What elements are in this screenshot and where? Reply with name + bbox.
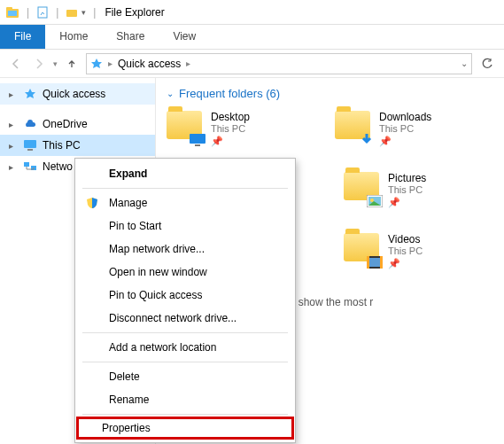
- svg-rect-18: [367, 256, 369, 269]
- folder-videos[interactable]: Videos This PC 📌: [344, 233, 477, 269]
- separator: |: [27, 6, 29, 19]
- tree-this-pc[interactable]: ▸ This PC: [0, 135, 155, 156]
- ctx-pin-quick-access[interactable]: Pin to Quick access: [77, 284, 293, 307]
- pin-icon: 📌: [388, 197, 426, 208]
- ctx-label: Properties: [102, 422, 151, 434]
- tree-quick-access[interactable]: ▸ Quick access: [0, 83, 155, 105]
- svg-rect-17: [368, 258, 381, 267]
- blank-icon: [84, 242, 100, 256]
- chevron-right-icon[interactable]: ▸: [108, 58, 112, 68]
- chevron-right-icon[interactable]: ▸: [9, 162, 18, 172]
- ctx-delete[interactable]: Delete: [77, 365, 293, 388]
- ctx-add-network-location[interactable]: Add a network location: [77, 336, 293, 359]
- tree-label: This PC: [43, 139, 81, 152]
- folder-name: Pictures: [388, 172, 426, 184]
- ctx-label: Map network drive...: [109, 243, 205, 255]
- chevron-right-icon[interactable]: ▸: [9, 120, 18, 129]
- svg-rect-2: [8, 11, 17, 16]
- address-dropdown-icon[interactable]: ⌄: [461, 58, 468, 68]
- breadcrumb-root[interactable]: Quick access: [118, 58, 181, 70]
- svg-rect-7: [24, 140, 36, 148]
- svg-rect-11: [190, 134, 205, 144]
- monitor-icon: [23, 138, 37, 152]
- picture-overlay-icon: [367, 195, 383, 207]
- tree-onedrive[interactable]: ▸ OneDrive: [0, 113, 155, 135]
- qat-properties-icon[interactable]: [36, 6, 49, 19]
- tab-home[interactable]: Home: [45, 25, 102, 49]
- svg-rect-9: [24, 162, 29, 167]
- folder-pictures[interactable]: Pictures This PC 📌: [344, 172, 477, 208]
- pin-icon: 📌: [211, 136, 250, 147]
- svg-rect-4: [66, 10, 77, 17]
- svg-rect-19: [380, 256, 383, 269]
- qat-dropdown-icon[interactable]: ▾: [81, 8, 86, 17]
- file-explorer-icon: [5, 5, 19, 19]
- folder-icon: [335, 111, 372, 144]
- ctx-pin-start[interactable]: Pin to Start: [77, 214, 293, 238]
- cloud-icon: [23, 117, 37, 131]
- section-title: Frequent folders (6): [179, 87, 280, 100]
- blank-icon: [84, 167, 100, 181]
- ctx-manage[interactable]: Manage: [77, 191, 293, 214]
- separator: |: [56, 6, 58, 19]
- chevron-right-icon[interactable]: ▸: [9, 90, 18, 99]
- blank-icon: [84, 219, 100, 233]
- forward-button[interactable]: [30, 55, 48, 73]
- shield-icon: [84, 196, 100, 210]
- refresh-button[interactable]: [477, 54, 497, 74]
- tab-file[interactable]: File: [0, 25, 45, 49]
- back-button[interactable]: [7, 55, 25, 73]
- ctx-disconnect-drive[interactable]: Disconnect network drive...: [77, 307, 293, 330]
- ctx-map-drive[interactable]: Map network drive...: [77, 238, 293, 261]
- blank-icon: [84, 288, 100, 302]
- section-frequent-folders[interactable]: ⌄ Frequent folders (6): [167, 87, 493, 100]
- qat-new-folder-icon[interactable]: [66, 6, 78, 19]
- tree-label: Netwo: [43, 160, 73, 173]
- svg-marker-5: [91, 58, 102, 68]
- ctx-label: Open in new window: [109, 266, 207, 278]
- tab-view[interactable]: View: [159, 25, 210, 49]
- folder-downloads[interactable]: Downloads This PC 📌: [335, 111, 468, 147]
- svg-rect-8: [27, 149, 33, 151]
- recent-locations-dropdown[interactable]: ▾: [53, 59, 58, 68]
- folder-icon: [167, 111, 204, 144]
- folder-name: Videos: [388, 233, 423, 245]
- chevron-right-icon[interactable]: ▸: [9, 141, 18, 151]
- tab-share[interactable]: Share: [102, 25, 159, 49]
- ctx-expand[interactable]: Expand: [77, 162, 293, 185]
- svg-point-15: [370, 199, 374, 202]
- blank-icon: [84, 370, 100, 384]
- navigation-bar: ▾ ▸ Quick access ▸ ⌄: [0, 50, 504, 78]
- ctx-properties[interactable]: Properties: [77, 417, 293, 439]
- ctx-label: Pin to Start: [109, 220, 161, 232]
- quick-access-toolbar: | | ▾ |: [5, 5, 99, 19]
- chevron-down-icon: ⌄: [167, 89, 174, 98]
- chevron-right-icon[interactable]: ▸: [186, 58, 190, 68]
- folder-desktop[interactable]: Desktop This PC 📌: [167, 111, 299, 147]
- ctx-label: Expand: [109, 167, 147, 180]
- ctx-label: Pin to Quick access: [109, 289, 202, 301]
- folder-icon: [344, 233, 381, 267]
- ctx-open-new-window[interactable]: Open in new window: [77, 261, 293, 284]
- folder-sub: This PC: [379, 123, 431, 134]
- context-menu: Expand Manage Pin to Start Map network d…: [74, 158, 296, 443]
- ribbon-tabs: File Home Share View: [0, 25, 504, 50]
- tree-label: OneDrive: [43, 118, 88, 130]
- up-button[interactable]: [63, 55, 81, 73]
- separator: [82, 188, 288, 189]
- folder-sub: This PC: [388, 184, 426, 195]
- folder-name: Downloads: [379, 111, 431, 123]
- ctx-rename[interactable]: Rename: [77, 388, 293, 411]
- blank-icon: [84, 265, 100, 279]
- pin-icon: 📌: [388, 258, 423, 269]
- ctx-label: Manage: [109, 197, 147, 209]
- ctx-label: Disconnect network drive...: [109, 312, 236, 324]
- network-icon: [23, 160, 37, 174]
- address-bar[interactable]: ▸ Quick access ▸ ⌄: [86, 53, 472, 74]
- video-overlay-icon: [367, 256, 383, 269]
- ctx-label: Rename: [109, 393, 149, 406]
- folder-name: Desktop: [211, 111, 250, 123]
- svg-rect-1: [6, 7, 12, 11]
- ctx-label: Delete: [109, 370, 140, 383]
- blank-icon: [84, 393, 100, 407]
